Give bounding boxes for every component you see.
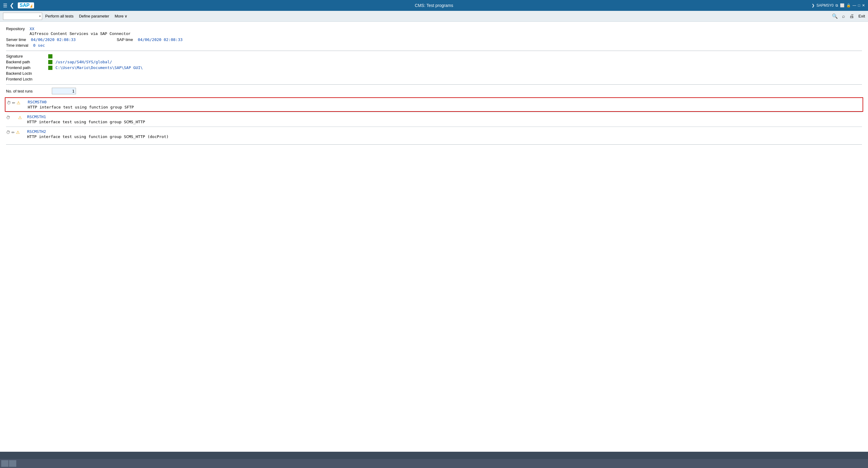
title-bar-title: CMS: Test programs xyxy=(415,3,453,8)
test-item-0-content: RSCMSTH0 HTTP interface test using funct… xyxy=(28,100,861,110)
page-icon[interactable]: ⬜ xyxy=(840,3,844,7)
test-item-0-desc: HTTP interface test using function group… xyxy=(28,105,861,110)
test-item-2-name[interactable]: RSCMSTH2 xyxy=(27,129,862,134)
exit-button[interactable]: Exit xyxy=(858,14,865,19)
close-btn[interactable]: ✕ xyxy=(862,3,865,7)
clock-icon-1: ⏱ xyxy=(6,115,10,120)
title-bar-right: ❯ SAPMSY0 ⧉ ⬜ 🔒 — □ ✕ xyxy=(812,3,865,7)
server-time-value: 04/06/2020 02:08:33 xyxy=(31,37,76,42)
test-item-2-content: RSCMSTH2 HTTP interface test using funct… xyxy=(27,129,862,139)
backend-path-value: /usr/sap/S4H/SYS/global/ xyxy=(56,60,112,64)
server-time-label: Server time xyxy=(6,37,26,42)
test-runs-input[interactable] xyxy=(52,88,76,94)
test-item-0-icons: ⏱ ✏ ⚠ xyxy=(7,100,28,105)
taskbar-item-1[interactable] xyxy=(1,460,8,467)
test-item-2-desc: HTTP interface test using function group… xyxy=(27,134,862,139)
more-button[interactable]: More ∨ xyxy=(112,13,130,20)
print-icon[interactable]: 🖨 xyxy=(849,13,854,19)
search-icon[interactable]: 🔍 xyxy=(832,13,838,19)
hamburger-icon[interactable]: ☰ xyxy=(3,3,7,8)
toolbar-dropdown[interactable]: ▾ xyxy=(3,13,42,20)
pencil-icon-2: ✏ xyxy=(11,130,15,135)
backend-path-label: Backend path xyxy=(6,60,45,64)
warning-icon-1: ⚠ xyxy=(18,115,22,120)
divider-2 xyxy=(6,84,862,85)
backend-loctn-label: Backend Loctn xyxy=(6,71,45,75)
nav-arrow-icon: ❯ xyxy=(812,3,815,7)
frontend-path-label: Frontend path xyxy=(6,65,45,70)
system-user: SAPMSY0 xyxy=(816,3,834,7)
test-runs-row: No. of test runs xyxy=(6,88,862,94)
repository-desc: Alfresco Content Services via SAP Connec… xyxy=(30,32,130,36)
taskbar xyxy=(0,459,868,468)
find-next-icon[interactable]: ⌕ xyxy=(842,13,845,19)
minimize-btn[interactable]: — xyxy=(852,3,856,7)
more-label: More xyxy=(115,14,124,19)
test-item-2[interactable]: ⏱ ✏ ⚠ RSCMSTH2 HTTP interface test using… xyxy=(6,127,862,141)
frontend-loctn-row: Frontend Loctn xyxy=(6,77,862,81)
divider-bottom xyxy=(6,144,862,145)
backend-path-row: Backend path /usr/sap/S4H/SYS/global/ xyxy=(6,60,862,64)
test-item-1-content: RSCMSTH1 HTTP interface test using funct… xyxy=(27,115,862,124)
frontend-loctn-label: Frontend Loctn xyxy=(6,77,45,81)
repository-value: XX xyxy=(30,27,130,31)
divider-1 xyxy=(6,51,862,51)
sap-time-value: 04/06/2020 02:08:33 xyxy=(138,37,183,42)
toolbar-right: 🔍 ⌕ 🖨 Exit xyxy=(832,13,865,19)
sap-logo: SAP xyxy=(18,2,34,8)
clock-icon-0: ⏱ xyxy=(7,100,11,105)
dropdown-arrow-icon: ▾ xyxy=(39,14,41,18)
title-bar: ☰ ❮ SAP CMS: Test programs ❯ SAPMSY0 ⧉ ⬜… xyxy=(0,0,868,11)
time-interval-label: Time interval xyxy=(6,43,28,48)
status-bar xyxy=(0,452,868,459)
warning-icon-0: ⚠ xyxy=(17,100,21,105)
lock-icon[interactable]: 🔒 xyxy=(846,3,851,7)
title-bar-left: ☰ ❮ SAP xyxy=(3,2,34,9)
test-item-0-name[interactable]: RSCMSTH0 xyxy=(28,100,861,104)
backend-loctn-row: Backend Loctn xyxy=(6,71,862,75)
taskbar-item-2[interactable] xyxy=(9,460,16,467)
signature-status-icon xyxy=(48,54,53,59)
sap-logo-text: SAP xyxy=(20,3,30,8)
pencil-icon-0: ✏ xyxy=(12,101,16,105)
more-chevron-icon: ∨ xyxy=(124,14,127,19)
warning-icon-2: ⚠ xyxy=(16,130,20,135)
main-content: Repository XX Alfresco Content Services … xyxy=(0,22,868,452)
perform-all-tests-button[interactable]: Perform all tests xyxy=(43,13,76,20)
signature-label: Signature xyxy=(6,54,45,59)
signature-row: Signature xyxy=(6,54,862,59)
test-runs-label: No. of test runs xyxy=(6,89,48,93)
backend-path-status-icon xyxy=(48,60,53,64)
test-item-1-desc: HTTP interface test using function group… xyxy=(27,120,862,124)
frontend-path-status-icon xyxy=(48,66,53,70)
define-parameter-button[interactable]: Define parameter xyxy=(76,13,112,20)
clock-icon-2: ⏱ xyxy=(6,130,10,135)
status-section: Signature Backend path /usr/sap/S4H/SYS/… xyxy=(6,54,862,81)
repository-section: Repository XX Alfresco Content Services … xyxy=(6,27,862,48)
repository-label: Repository xyxy=(6,27,25,31)
back-button[interactable]: ❮ xyxy=(10,2,14,9)
test-items-list: ⏱ ✏ ⚠ RSCMSTH0 HTTP interface test using… xyxy=(6,97,862,145)
sap-time-label: SAP time xyxy=(117,37,133,42)
maximize-btn[interactable]: □ xyxy=(858,3,860,7)
frontend-path-value: C:\Users\Mario\Documents\SAP\SAP GUI\ xyxy=(56,65,143,70)
test-item-1[interactable]: ⏱ ⚠ RSCMSTH1 HTTP interface test using f… xyxy=(6,112,862,127)
test-item-2-icons: ⏱ ✏ ⚠ xyxy=(6,129,27,135)
test-item-0[interactable]: ⏱ ✏ ⚠ RSCMSTH0 HTTP interface test using… xyxy=(5,97,863,112)
sap-logo-triangle xyxy=(30,4,32,7)
copy-icon[interactable]: ⧉ xyxy=(835,3,838,7)
time-interval-value: 0 sec xyxy=(33,43,45,48)
toolbar: ▾ Perform all tests Define parameter Mor… xyxy=(0,11,868,22)
test-item-1-icons: ⏱ ⚠ xyxy=(6,115,27,120)
frontend-path-row: Frontend path C:\Users\Mario\Documents\S… xyxy=(6,65,862,70)
test-item-1-name[interactable]: RSCMSTH1 xyxy=(27,115,862,119)
